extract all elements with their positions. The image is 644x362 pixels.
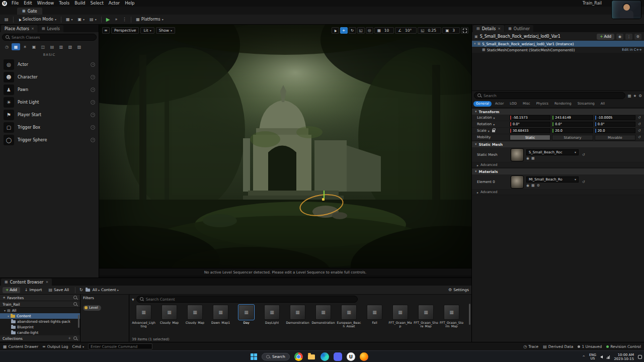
asset-item[interactable]: ▦Advanced_Lighting bbox=[131, 305, 156, 328]
drag-handle-icon[interactable] bbox=[91, 75, 95, 79]
scale-lock-icon[interactable] bbox=[492, 130, 495, 132]
material-thumbnail[interactable] bbox=[511, 175, 524, 189]
details-search-input[interactable] bbox=[484, 94, 622, 98]
location-x-field[interactable]: -50.1573 bbox=[510, 115, 550, 120]
filter-tab-misc[interactable]: Misc bbox=[520, 101, 533, 107]
cinematics-menu-button[interactable]: ▣▾ bbox=[76, 16, 87, 23]
header-kebab-button[interactable]: ⋮ bbox=[625, 34, 632, 40]
search-icon[interactable] bbox=[73, 336, 77, 340]
menu-item-file[interactable]: File bbox=[9, 0, 21, 7]
detail-settings-icon[interactable]: ⚙ bbox=[638, 94, 642, 98]
filter-funnel-icon[interactable]: ▼ bbox=[132, 298, 134, 301]
trace-button[interactable]: ◷ Trace bbox=[523, 344, 538, 349]
unsaved-button[interactable]: 1 Unsaved bbox=[578, 344, 602, 349]
place-actors-search[interactable] bbox=[2, 34, 97, 41]
cmd-dropdown[interactable]: Cmd ▾ bbox=[72, 344, 84, 349]
chevron-down-icon[interactable]: ▾ bbox=[4, 309, 6, 312]
tree-item-content[interactable]: ▾ Content bbox=[0, 313, 80, 319]
asset-item-selected[interactable]: ▦Day bbox=[234, 305, 259, 324]
volumes-category-icon[interactable]: ▧ bbox=[66, 43, 74, 50]
volume-icon[interactable] bbox=[600, 355, 603, 358]
menu-item-help[interactable]: Help bbox=[122, 0, 137, 7]
static-mesh-asset-dropdown[interactable]: S_Small_Beach_Roc ▾ bbox=[526, 149, 579, 155]
menu-item-tools[interactable]: Tools bbox=[56, 0, 72, 7]
grid-snap-toggle[interactable]: ▦10 bbox=[374, 27, 394, 34]
blueprints-menu-button[interactable]: ▦▾ bbox=[64, 16, 75, 23]
asset-item[interactable]: ▦DayLight bbox=[260, 305, 284, 324]
materials-advanced-row[interactable]: ▸ Advanced bbox=[472, 190, 644, 195]
edit-in-cpp-link[interactable]: Edit in C++ bbox=[622, 48, 642, 52]
console-command-input[interactable] bbox=[91, 344, 150, 349]
network-signal-icon[interactable] bbox=[607, 355, 610, 359]
clock-widget[interactable]: 10:00 AM 2023-10-15 bbox=[614, 353, 634, 361]
language-indicator[interactable]: ENG US bbox=[589, 353, 596, 360]
move-tool-button[interactable]: + bbox=[340, 27, 348, 34]
editor-modes-button[interactable]: ▤▾ bbox=[88, 16, 99, 23]
section-static-mesh[interactable]: ▾ Static Mesh bbox=[472, 141, 644, 147]
selection-mode-dropdown[interactable]: ▲ Selection Mode ▾ bbox=[16, 16, 58, 23]
asset-item[interactable]: ▦FFT_Ocean_Map bbox=[388, 305, 413, 328]
show-dropdown[interactable]: Show▾ bbox=[156, 27, 175, 34]
filter-tab-all[interactable]: All bbox=[598, 101, 607, 107]
tab-content-browser[interactable]: ▦ Content Browser × bbox=[1, 279, 52, 286]
search-icon[interactable] bbox=[73, 302, 77, 306]
material-asset-dropdown[interactable]: MI_Small_Beach_Ro ▾ bbox=[526, 176, 579, 183]
play-options-button[interactable]: ⋮ bbox=[120, 16, 128, 23]
use-selected-asset-icon[interactable]: ◉ bbox=[526, 156, 529, 160]
camera-speed-button[interactable]: ▣3 bbox=[442, 27, 460, 34]
place-actor-item-point-light[interactable]: ☀ Point Light bbox=[3, 96, 96, 108]
rotate-tool-button[interactable]: ↻ bbox=[349, 27, 356, 34]
platforms-dropdown[interactable]: ▦ Platforms ▾ bbox=[134, 16, 165, 23]
tree-item-all[interactable]: ▾ ▤ All bbox=[0, 308, 80, 313]
windows-start-button[interactable] bbox=[251, 353, 257, 360]
tree-item-abandoned-street-lights[interactable]: abandoned-street-lights-pack bbox=[0, 319, 80, 324]
unreal-logo-icon[interactable]: U bbox=[2, 1, 7, 6]
firefox-icon[interactable] bbox=[360, 352, 368, 361]
location-z-field[interactable]: -10.0005 bbox=[595, 115, 635, 120]
level-viewport[interactable]: ≡ Perspective Lit▾ Show▾ ▲ + ↻ ◱ ◎ ▦10 ∠… bbox=[99, 25, 471, 276]
tab-levels[interactable]: ▤ Levels bbox=[38, 25, 63, 32]
import-button[interactable]: ↓ Import bbox=[23, 286, 44, 294]
drag-handle-icon[interactable] bbox=[91, 87, 95, 92]
project-header[interactable]: Train_Rail bbox=[0, 301, 80, 308]
mobility-movable-button[interactable]: Movable bbox=[595, 135, 635, 140]
scale-y-field[interactable]: 20.0 bbox=[552, 128, 593, 133]
content-drawer-button[interactable]: ▦ Content Drawer bbox=[3, 344, 38, 349]
select-tool-button[interactable]: ▲ bbox=[332, 27, 339, 34]
chevron-down-icon[interactable]: ▾ bbox=[493, 123, 495, 126]
save-all-button[interactable]: ▤ Save All bbox=[46, 286, 71, 294]
shapes-category-icon[interactable]: ▣ bbox=[30, 43, 38, 50]
search-icon[interactable] bbox=[73, 296, 77, 300]
asset-item[interactable]: ▦FFT_Ocean_Storm_Map bbox=[439, 305, 464, 328]
menu-item-window[interactable]: Window bbox=[35, 0, 57, 7]
asset-item[interactable]: ▦Cloudy_Map bbox=[157, 305, 182, 324]
drag-handle-icon[interactable] bbox=[91, 100, 95, 105]
menu-item-actor[interactable]: Actor bbox=[106, 0, 122, 7]
header-settings-button[interactable]: ⚙ bbox=[634, 34, 641, 40]
menu-item-edit[interactable]: Edit bbox=[21, 0, 34, 7]
basic-category-icon[interactable]: ▦ bbox=[12, 43, 20, 50]
chrome-icon[interactable] bbox=[294, 352, 303, 361]
filter-tab-lod[interactable]: LOD bbox=[507, 101, 519, 107]
asset-search-box[interactable] bbox=[136, 296, 358, 303]
tab-details[interactable]: ▤ Details × bbox=[473, 25, 504, 32]
gizmo-origin-handle[interactable] bbox=[322, 198, 325, 201]
maximize-viewport-button[interactable] bbox=[461, 27, 468, 34]
reset-mobility-icon[interactable]: ↺ bbox=[637, 135, 642, 139]
drag-handle-icon[interactable] bbox=[91, 138, 95, 142]
asset-item[interactable]: ▦Demonstration bbox=[285, 305, 310, 324]
filter-tab-physics[interactable]: Physics bbox=[534, 101, 551, 107]
rotation-z-field[interactable]: 0.0° bbox=[595, 122, 635, 127]
reset-material-icon[interactable]: ↺ bbox=[581, 180, 586, 184]
browse-to-asset-icon[interactable]: ▦ bbox=[531, 184, 535, 188]
tree-item-blueprint[interactable]: Blueprint bbox=[0, 324, 80, 330]
component-tree-row-staticmesh[interactable]: ▦ StaticMeshComponent (StaticMeshCompone… bbox=[472, 47, 644, 53]
cinematic-category-icon[interactable]: ◫ bbox=[39, 43, 47, 50]
viewport-options-button[interactable]: ≡ bbox=[102, 27, 110, 34]
save-button[interactable]: ▤ bbox=[3, 16, 11, 23]
place-actor-item-trigger-sphere[interactable]: ◯ Trigger Sphere bbox=[3, 134, 96, 146]
tab-gate-level[interactable]: ▦ Gate bbox=[17, 8, 42, 15]
cb-settings-button[interactable]: ⚙ Settings bbox=[448, 288, 469, 292]
chevron-down-icon[interactable]: ▾ bbox=[488, 129, 490, 133]
world-space-toggle[interactable]: ◎ bbox=[366, 27, 373, 34]
